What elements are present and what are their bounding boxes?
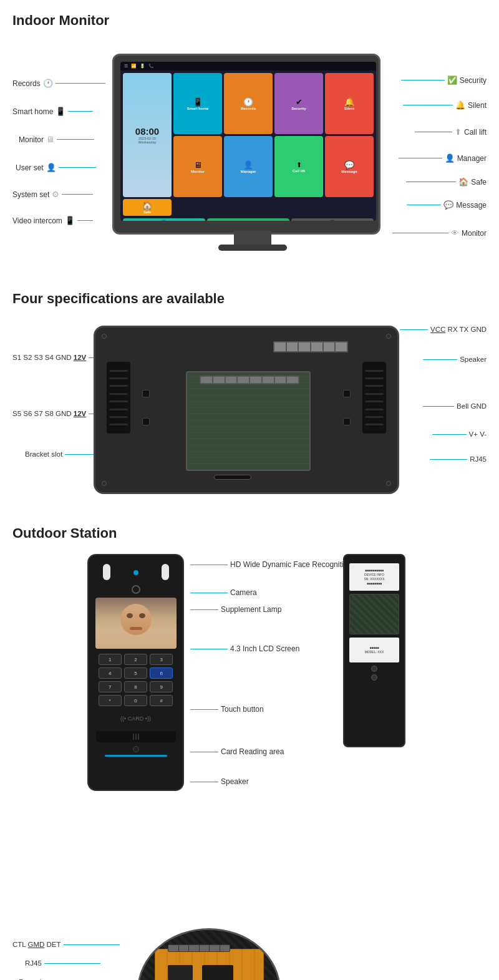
label-monitor-right: 👁 Monitor xyxy=(392,228,487,238)
label-security: ✅ Security xyxy=(401,75,487,85)
indoor-monitor-section: Indoor Monitor Records 🕐 Smart home 📱 Mo… xyxy=(12,12,487,278)
outdoor-top-lights xyxy=(94,561,178,580)
pcb-board-orange xyxy=(155,949,264,980)
label-user-set: User set 👤 xyxy=(16,163,96,172)
back-screw-1 xyxy=(371,666,377,672)
mount-hole-3 xyxy=(343,390,351,397)
tile-manager: 👤 Manager xyxy=(224,136,273,197)
screw-bl xyxy=(102,481,107,486)
outdoor-speaker xyxy=(96,731,176,742)
label-hd-face: HD Wide Dynamic Face Recognition xyxy=(190,560,352,569)
key-5[interactable]: 5 xyxy=(124,667,147,679)
tile-systemset: ⚙ System set xyxy=(207,218,289,221)
back-unit-pcb xyxy=(349,594,399,634)
outdoor-camera-lens xyxy=(132,585,140,594)
pcb-circle-diagram xyxy=(137,928,281,980)
top-connector xyxy=(273,341,348,352)
tile-videointercom: 📱 Video intercom xyxy=(291,218,374,221)
label-outdoor-speaker: Speaker xyxy=(190,777,249,786)
label-lcd-screen: 4.3 Inch LCD Screen xyxy=(190,644,299,653)
key-8[interactable]: 8 xyxy=(124,681,147,692)
outdoor-camera-indicator xyxy=(133,570,138,575)
outdoor-station-title: Outdoor Station xyxy=(12,525,487,541)
screw-br xyxy=(386,481,391,486)
key-2[interactable]: 2 xyxy=(124,654,147,665)
label-bell-gnd: Bell GND xyxy=(423,402,487,410)
label-video-intercom: Video intercom 📱 xyxy=(12,216,93,225)
key-star[interactable]: * xyxy=(99,695,122,706)
label-records: Records 🕐 xyxy=(12,79,105,88)
outdoor-btn-left xyxy=(103,564,110,580)
label-ctl-gmd-det: CTL GMD DET xyxy=(12,941,120,948)
pcb-wiring-diagram: CTL GMD DET RJ45 Power/+ - GND A B CTL G… xyxy=(12,916,487,980)
callout-line-userset xyxy=(59,167,96,168)
outdoor-lcd-screen xyxy=(95,598,177,649)
callout-line-records xyxy=(56,83,105,84)
label-card-reading: Card Reading area xyxy=(190,747,284,756)
speaker-right xyxy=(362,362,386,434)
indoor-monitor-diagram: Records 🕐 Smart home 📱 Monitor 🖥 User se… xyxy=(12,35,487,278)
back-panel-diagram: S1 S2 S3 S4 GND 12V S5 S6 S7 S8 GND 12V … xyxy=(12,313,487,513)
tile-userset: 👤 User set xyxy=(123,218,205,221)
tile-security: ✔ Security xyxy=(274,73,323,134)
outdoor-card-area: ((• CARD •)) xyxy=(96,710,176,727)
tile-clock: 08:00 2023-02-15 Wednesday xyxy=(123,73,172,197)
pcb-circle-bg xyxy=(139,930,279,980)
label-manager: 👤 Manager xyxy=(399,153,487,163)
mount-hole-4 xyxy=(343,418,351,425)
key-4[interactable]: 4 xyxy=(99,667,122,679)
label-speaker-right: Speaker xyxy=(423,356,487,363)
key-7[interactable]: 7 xyxy=(99,681,122,692)
label-monitor-left: Monitor 🖥 xyxy=(19,135,94,144)
page-container: Indoor Monitor Records 🕐 Smart home 📱 Mo… xyxy=(0,0,499,980)
tile-records: 🕐 Records xyxy=(224,73,273,134)
label-camera: Camera xyxy=(190,588,257,597)
key-1[interactable]: 1 xyxy=(99,654,122,665)
pcb-area xyxy=(186,371,311,471)
outdoor-speaker-indicator xyxy=(105,755,167,757)
key-0[interactable]: 0 xyxy=(124,695,147,706)
tile-smarthome: 📱 Smart home xyxy=(173,73,222,134)
callout-line-videointercom xyxy=(77,220,93,221)
label-rj45-back: RJ45 xyxy=(430,455,487,463)
outdoor-unit-diagram: 1 2 3 4 5 6 7 8 9 * 0 # ((• CARD •)) xyxy=(12,548,487,910)
label-rj45-bottom: RJ45 xyxy=(25,959,100,967)
outdoor-mic xyxy=(133,746,139,752)
label-touch-button: Touch button xyxy=(190,705,264,714)
outdoor-btn-right xyxy=(162,564,169,580)
label-message: 💬 Message xyxy=(407,200,487,210)
tile-silent: 🔔 Silent xyxy=(325,73,374,134)
screw-tr xyxy=(386,334,391,339)
outdoor-keypad: 1 2 3 4 5 6 7 8 9 * 0 # xyxy=(99,654,173,706)
key-3[interactable]: 3 xyxy=(150,654,173,665)
four-specs-title: Four specifications are available xyxy=(12,291,487,307)
pcb-chip1 xyxy=(168,965,193,980)
label-safe: 🏠 Safe xyxy=(406,177,487,187)
callout-line-smarthome xyxy=(68,111,93,112)
tile-message: 💬 Message xyxy=(325,136,374,197)
bracket-slot-visual xyxy=(214,475,251,480)
screw-tl xyxy=(102,334,107,339)
outdoor-unit-front: 1 2 3 4 5 6 7 8 9 * 0 # ((• CARD •)) xyxy=(87,554,184,791)
callout-line-monitor-left xyxy=(57,139,94,140)
pcb-chip2 xyxy=(202,965,233,980)
pcb-connector-top xyxy=(168,944,230,952)
key-hash[interactable]: # xyxy=(150,695,173,706)
outdoor-back-unit: ■■■■■■■■■■ DEVICE INFO SN: XXXXXXX ■■■■■… xyxy=(343,554,405,747)
tile-safe: 🏠 Safe xyxy=(123,199,172,216)
label-call-lift: ⬆ Call lift xyxy=(415,127,487,137)
callout-line-systemset xyxy=(62,194,93,195)
key-6[interactable]: 6 xyxy=(150,667,173,679)
speaker-left xyxy=(107,362,130,434)
outdoor-station-section: Outdoor Station xyxy=(12,525,487,980)
key-9[interactable]: 9 xyxy=(150,681,173,692)
four-specs-section: Four specifications are available S1 S2 … xyxy=(12,291,487,513)
tile-monitor-screen: 🖥 Monitor xyxy=(173,136,222,197)
label-smart-home: Smart home 📱 xyxy=(12,107,93,116)
mount-hole-2 xyxy=(142,418,150,425)
monitor-base xyxy=(218,245,287,251)
label-silent: 🔔 Silent xyxy=(403,100,487,110)
back-unit-sticker2: ■■■■■ MODEL: XXX xyxy=(349,638,399,662)
monitor-body: ☰ 📶 🔋 📞 📱 Smart home 🕐 xyxy=(112,54,380,235)
back-screw-2 xyxy=(371,674,377,681)
